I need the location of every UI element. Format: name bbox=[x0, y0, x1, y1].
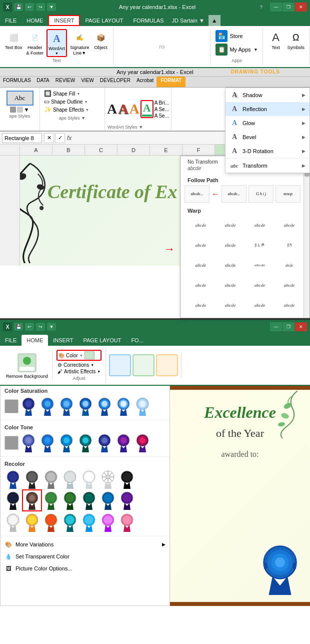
bevel-item[interactable]: A Bevel ▶ bbox=[226, 130, 310, 144]
tone-icon[interactable] bbox=[4, 436, 18, 450]
pic-style-3[interactable] bbox=[156, 354, 178, 376]
view-tab[interactable]: VIEW bbox=[78, 77, 97, 87]
path-sample-2[interactable]: abcde... bbox=[222, 185, 246, 203]
se2-btn[interactable]: A Se... bbox=[154, 113, 169, 119]
tone-badge-5[interactable] bbox=[96, 433, 113, 452]
recolor-b2[interactable] bbox=[24, 470, 40, 489]
warp-11[interactable]: abcde bbox=[246, 259, 274, 272]
acrobat-tab[interactable]: Acrobat bbox=[134, 77, 156, 87]
recolor-c1[interactable] bbox=[4, 491, 22, 510]
recolor-c2-selected[interactable] bbox=[24, 491, 40, 510]
formulas-tab2[interactable]: FORMULAS bbox=[0, 77, 34, 87]
recolor-b6[interactable] bbox=[100, 470, 116, 489]
format-tab-active[interactable]: FORMAT bbox=[156, 77, 186, 87]
picture-options-item[interactable]: 🖼 Picture Color Options... bbox=[0, 562, 170, 574]
wordart-btn[interactable]: A WordArt ▼ bbox=[46, 29, 67, 57]
sat-badge-5[interactable] bbox=[96, 397, 113, 416]
signature-btn[interactable]: ✍ SignatureLine▼ bbox=[69, 29, 90, 57]
second-undo-btn[interactable]: ↩ bbox=[25, 323, 34, 331]
help-btn[interactable]: ? bbox=[258, 4, 264, 10]
close-btn[interactable]: ✕ bbox=[295, 3, 307, 12]
second-save-btn[interactable]: 💾 bbox=[14, 323, 23, 331]
second-customize-btn[interactable]: ▼ bbox=[47, 323, 56, 331]
warp-1[interactable]: abcde bbox=[186, 216, 215, 235]
reflection-item[interactable]: A Reflection ▶ bbox=[226, 102, 310, 116]
warp-3[interactable]: abcde bbox=[246, 216, 274, 235]
recolor-c6[interactable] bbox=[100, 491, 116, 510]
set-transparent-item[interactable]: 💧 Set Transparent Color bbox=[0, 550, 170, 562]
store-row[interactable]: 🏪 Store bbox=[216, 30, 258, 42]
insert-tab[interactable]: INSERT bbox=[48, 15, 80, 26]
tone-badge-3[interactable] bbox=[58, 433, 75, 452]
color-row-highlighted[interactable]: 🎨 Color ▼ bbox=[56, 350, 102, 361]
recolor-c4[interactable] bbox=[62, 491, 78, 510]
file-tab[interactable]: FILE bbox=[0, 15, 22, 26]
warp-7[interactable]: ꞵ꒒ᖘ bbox=[246, 236, 274, 255]
recolor-d6[interactable] bbox=[100, 513, 116, 532]
transform-item[interactable]: abc Transform ▶ bbox=[226, 158, 310, 173]
user-menu[interactable]: JD Sartain ▼ bbox=[169, 15, 208, 26]
shadow-item[interactable]: A Shadow ▶ bbox=[226, 88, 310, 102]
recolor-b1[interactable] bbox=[4, 470, 22, 489]
shape-effects-row[interactable]: ✨ Shape Effects ▼ bbox=[43, 106, 102, 114]
cancel-formula-btn[interactable]: ✕ bbox=[44, 133, 54, 143]
second-fo-tab[interactable]: FO... bbox=[126, 335, 148, 346]
rotation-item[interactable]: A 3-D Rotation ▶ bbox=[226, 144, 310, 158]
warp-12[interactable]: abcde bbox=[280, 256, 300, 275]
warp-6[interactable]: abcde bbox=[216, 236, 244, 255]
second-file-tab[interactable]: FILE bbox=[0, 335, 22, 346]
spreadsheet-area[interactable]: Certificate of Ex → bbox=[0, 156, 180, 266]
artistic-row[interactable]: 🖌 Artistic Effects ▼ bbox=[56, 368, 102, 375]
symbols-btn[interactable]: Ω Symbols bbox=[286, 29, 306, 52]
wa-sample-2[interactable]: A bbox=[118, 101, 128, 117]
recolor-c7[interactable] bbox=[118, 491, 136, 510]
pic-style-1[interactable] bbox=[109, 354, 131, 376]
submenu-scrollbar[interactable] bbox=[304, 156, 310, 318]
header-footer-btn[interactable]: 📄 Header& Footer bbox=[26, 29, 45, 57]
wa-sample-3[interactable]: A bbox=[129, 101, 139, 117]
recolor-d3[interactable] bbox=[42, 513, 60, 532]
recolor-b7[interactable] bbox=[118, 470, 136, 489]
second-home-tab[interactable]: HOME bbox=[22, 335, 48, 346]
text-color-btn[interactable]: A bbox=[140, 100, 154, 118]
path-sample-3[interactable]: G h i j bbox=[248, 185, 274, 203]
second-minimize[interactable]: — bbox=[270, 322, 282, 331]
remove-bg-btn[interactable] bbox=[16, 352, 38, 374]
shape-swatch-2[interactable] bbox=[17, 107, 23, 113]
data-tab[interactable]: DATA bbox=[34, 77, 52, 87]
formulas-tab[interactable]: FORMULAS bbox=[128, 15, 168, 26]
shape-swatch-1[interactable] bbox=[10, 107, 16, 113]
ribbon-toggle[interactable]: ▲ bbox=[208, 15, 220, 26]
tone-badge-4[interactable] bbox=[77, 433, 94, 452]
second-restore[interactable]: ❐ bbox=[282, 322, 294, 331]
warp-4[interactable]: abcde bbox=[275, 216, 304, 235]
warp-5[interactable]: abcde bbox=[186, 236, 215, 255]
pagelayout-tab[interactable]: PAGE LAYOUT bbox=[80, 15, 128, 26]
tone-badge-6[interactable] bbox=[115, 433, 132, 452]
sat-badge-4[interactable] bbox=[77, 397, 94, 416]
recolor-b3[interactable] bbox=[42, 470, 60, 489]
name-box[interactable] bbox=[2, 133, 42, 143]
object-btn[interactable]: 📦 Object bbox=[92, 29, 109, 52]
shape-fill-row[interactable]: 🔲 Shape Fill ▼ bbox=[43, 90, 102, 98]
second-pagelayout-tab[interactable]: PAGE LAYOUT bbox=[78, 335, 126, 346]
warp-20[interactable]: abcde bbox=[275, 296, 304, 315]
sat-badge-7[interactable] bbox=[134, 397, 151, 416]
warp-18[interactable]: abcde bbox=[216, 296, 244, 315]
warp-19[interactable]: abcde bbox=[246, 296, 274, 315]
sat-badge-2[interactable] bbox=[39, 397, 56, 416]
path-sample-1[interactable]: abcde... bbox=[184, 185, 210, 203]
accept-formula-btn[interactable]: ✓ bbox=[55, 133, 65, 143]
recolor-d2[interactable] bbox=[24, 513, 40, 532]
pic-style-2[interactable] bbox=[132, 354, 154, 376]
review-tab[interactable]: REVIEW bbox=[52, 77, 78, 87]
warp-2[interactable]: abcde bbox=[216, 216, 244, 235]
sat-badge-1[interactable] bbox=[20, 397, 37, 416]
recolor-d7[interactable] bbox=[118, 513, 136, 532]
redo-btn[interactable]: ↪ bbox=[36, 3, 45, 11]
wa-sample-1[interactable]: A bbox=[107, 101, 117, 117]
recolor-c3[interactable] bbox=[42, 491, 60, 510]
warp-17[interactable]: abcde bbox=[186, 296, 215, 315]
recolor-d4[interactable] bbox=[62, 513, 78, 532]
developer-tab[interactable]: DEVELOPER bbox=[97, 77, 134, 87]
